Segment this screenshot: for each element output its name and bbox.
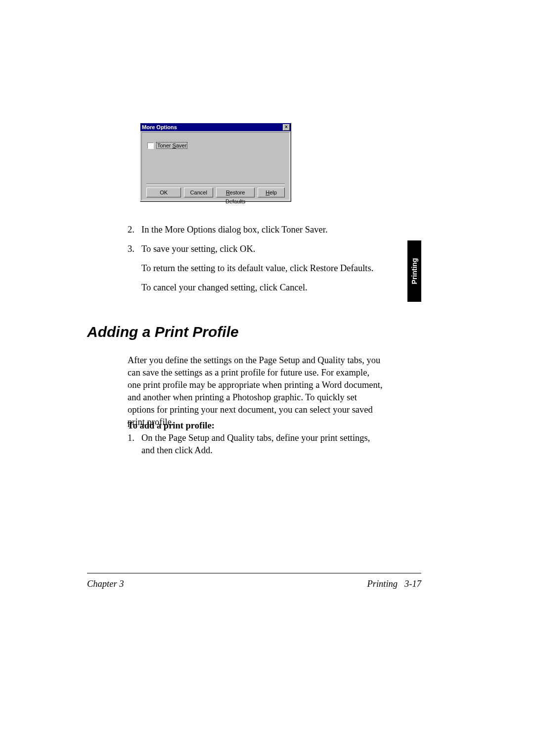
add-profile-step-1: 1. On the Page Setup and Quality tabs, d… xyxy=(128,432,385,457)
side-tab-printing: Printing xyxy=(407,240,421,302)
footer-rule xyxy=(87,573,421,573)
ok-button[interactable]: OK xyxy=(146,188,181,197)
page: More Options × Toner Saver OK Cancel Res… xyxy=(0,0,534,756)
dialog-button-row: OK Cancel Restore Defaults Help xyxy=(146,184,285,197)
step-2-number: 2. xyxy=(128,224,141,236)
intro-paragraph: After you define the settings on the Pag… xyxy=(128,354,385,428)
dialog-title: More Options xyxy=(141,124,177,130)
dialog-body: Toner Saver OK Cancel Restore Defaults H… xyxy=(140,131,291,201)
checkbox-icon[interactable] xyxy=(147,142,154,149)
side-tab-label: Printing xyxy=(410,258,418,284)
step-3: 3. To save your setting, click OK. To re… xyxy=(128,243,385,294)
footer-page-number: 3-17 xyxy=(404,579,421,589)
step-3-number: 3. xyxy=(128,243,141,294)
cancel-button[interactable]: Cancel xyxy=(184,188,213,197)
add-profile-step-1-text: On the Page Setup and Quality tabs, defi… xyxy=(141,432,385,457)
toner-saver-label: Toner Saver xyxy=(156,142,187,149)
toner-saver-checkbox-row[interactable]: Toner Saver xyxy=(147,142,187,149)
close-icon[interactable]: × xyxy=(283,124,290,131)
add-profile-step-1-number: 1. xyxy=(128,432,141,457)
add-profile-block: To add a print profile: 1. On the Page S… xyxy=(128,420,385,464)
step-3-text: To save your setting, click OK. To retur… xyxy=(141,243,385,294)
more-options-dialog: More Options × Toner Saver OK Cancel Res… xyxy=(140,123,291,202)
section-heading: Adding a Print Profile xyxy=(87,324,239,340)
footer-right: Printing 3-17 xyxy=(367,579,421,589)
add-profile-heading: To add a print profile: xyxy=(128,420,385,432)
step-2: 2. In the More Options dialog box, click… xyxy=(128,224,385,236)
footer-section-label: Printing xyxy=(367,579,398,589)
dialog-titlebar: More Options × xyxy=(140,123,291,131)
help-button[interactable]: Help xyxy=(258,188,285,197)
steps-block: 2. In the More Options dialog box, click… xyxy=(128,224,385,301)
restore-defaults-button[interactable]: Restore Defaults xyxy=(216,188,255,197)
step-2-text: In the More Options dialog box, click To… xyxy=(141,224,385,236)
page-footer: Chapter 3 Printing 3-17 xyxy=(87,579,421,589)
footer-chapter: Chapter 3 xyxy=(87,579,124,589)
